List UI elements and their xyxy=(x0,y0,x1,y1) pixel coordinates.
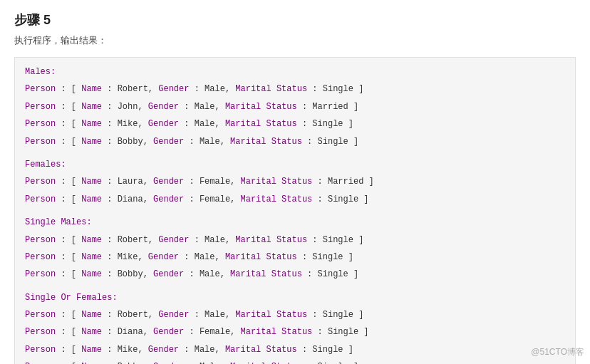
person-line: Person : [ Name : Mike, Gender : Male, M… xyxy=(25,117,565,131)
output-box: Males:Person : [ Name : Robert, Gender :… xyxy=(14,57,576,364)
watermark: @51CTO博客 xyxy=(531,346,584,358)
person-line: Person : [ Name : Bobby, Gender : Male, … xyxy=(25,135,565,149)
person-line: Person : [ Name : John, Gender : Male, M… xyxy=(25,100,565,114)
section-label-males: Males: xyxy=(25,65,565,79)
person-line: Person : [ Name : Robert, Gender : Male,… xyxy=(25,82,565,96)
person-line: Person : [ Name : Bobby, Gender : Male, … xyxy=(25,267,565,281)
section-label-single-males: Single Males: xyxy=(25,215,565,229)
page-title: 步骤 5 xyxy=(14,11,576,28)
person-line: Person : [ Name : Bobby, Gender : Male, … xyxy=(25,360,565,364)
person-line: Person : [ Name : Laura, Gender : Female… xyxy=(25,175,565,189)
person-line: Person : [ Name : Diana, Gender : Female… xyxy=(25,325,565,339)
blank-line xyxy=(25,209,565,215)
page-subtitle: 执行程序，输出结果： xyxy=(14,34,576,47)
person-line: Person : [ Name : Mike, Gender : Male, M… xyxy=(25,250,565,264)
blank-line xyxy=(25,285,565,291)
section-label-females: Females: xyxy=(25,157,565,172)
section-label-single-or-females: Single Or Females: xyxy=(25,291,565,305)
person-line: Person : [ Name : Diana, Gender : Female… xyxy=(25,192,565,207)
blank-line xyxy=(25,152,565,157)
person-line: Person : [ Name : Mike, Gender : Male, M… xyxy=(25,343,565,357)
person-line: Person : [ Name : Robert, Gender : Male,… xyxy=(25,308,565,322)
person-line: Person : [ Name : Robert, Gender : Male,… xyxy=(25,233,565,247)
